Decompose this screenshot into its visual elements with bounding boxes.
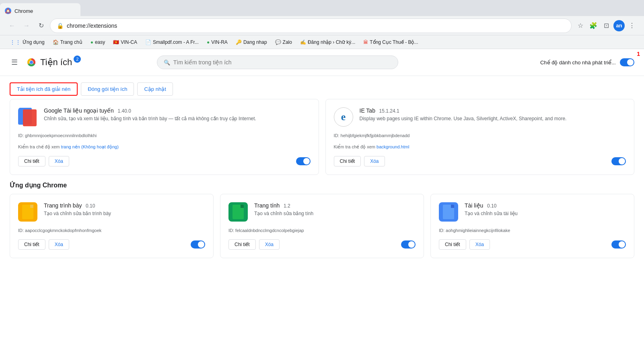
extensions-logo: Tiện ích 2 [26, 57, 82, 68]
extension-id: ID: ghbmnnjooekpmoecnnnilnnbdlolhkhi [18, 133, 311, 138]
lock-icon: 🔒 [57, 23, 64, 29]
delete-button[interactable]: Xóa [364, 156, 385, 166]
app-card-docs: Tài liệu 0.10 Tạo và chỉnh sửa tài liệu … [430, 194, 634, 258]
forward-button[interactable]: → [21, 20, 32, 31]
load-unpacked-button[interactable]: Tải tiện ích đã giải nén [10, 82, 78, 96]
svg-point-3 [7, 10, 9, 12]
extension-name-row: IE Tab 15.1.24.1 [360, 107, 626, 114]
extensions-title: Tiện ích [40, 57, 72, 68]
background-link[interactable]: background.html [377, 144, 409, 149]
detail-button[interactable]: Chi tiết [18, 156, 45, 166]
pack-extension-button[interactable]: Đóng gói tiện ích [81, 82, 134, 96]
extension-info: IE Tab 15.1.24.1 Display web pages using… [360, 107, 626, 122]
bookmark-star-button[interactable]: ☆ [575, 20, 586, 31]
bookmark-dangnhap[interactable]: 🔑 Dang nhap [232, 38, 270, 46]
bookmark-vinra[interactable]: ● VIN-RA [204, 38, 231, 46]
tongcuc-icon: 🏛 [363, 39, 368, 45]
card-header: Tài liệu 0.10 Tạo và chỉnh sửa tài liệu [439, 202, 626, 222]
section-title: Ứng dụng Chrome [10, 181, 634, 189]
back-button[interactable]: ← [6, 20, 18, 31]
app-toggle[interactable] [401, 240, 416, 249]
chrome-apps-section: Ứng dụng Chrome [10, 181, 634, 258]
app-version: 0.10 [86, 203, 95, 209]
app-toggle[interactable] [191, 240, 205, 249]
app-card-sheets: Trang tính 1.2 Tạo và chỉnh sửa bảng tín… [220, 194, 424, 258]
dangnhap-icon: 🔑 [236, 39, 242, 45]
extension-toggle[interactable] [296, 157, 311, 165]
extension-card-ie-tab: e IE Tab 15.1.24.1 Display web pages usi… [325, 99, 635, 175]
tab-bar: Chrome [0, 0, 644, 16]
app-description: Tạo và chỉnh sửa tài liệu [465, 210, 626, 217]
bookmark-chuki[interactable]: ✍ Đăng nhập › Chữ ký... [297, 38, 358, 46]
delete-button[interactable]: Xóa [259, 239, 280, 250]
bookmarks-bar: ⋮⋮ Ứng dụng 🏠 Trang chủ ● easy 🇻🇳 VIN-CA… [0, 35, 644, 49]
app-version: 1.2 [284, 203, 290, 209]
extensions-button[interactable]: 🧩 [588, 20, 599, 31]
app-toggle[interactable] [611, 240, 626, 249]
page-content: 1 ☰ Tiện ích 2 🔍 [0, 49, 644, 341]
sheets-icon [228, 202, 248, 222]
delete-button[interactable]: Xóa [49, 239, 69, 250]
app-name: Tài liệu [465, 202, 483, 209]
home-icon: 🏠 [53, 39, 59, 45]
bookmark-label: VIN-CA [121, 39, 137, 45]
refresh-button[interactable]: ↻ [35, 20, 47, 31]
main-content: Google Tài liệu ngoại tuyến 1.40.0 Chỉnh… [0, 99, 644, 341]
extension-version: 15.1.24.1 [379, 108, 399, 114]
profile-button[interactable]: an [613, 20, 625, 31]
extension-background: Kiểm tra chế độ xem background.html [334, 144, 626, 150]
bookmark-zalo[interactable]: 💬 Zalo [272, 38, 295, 46]
search-box[interactable]: 🔍 [157, 55, 398, 69]
background-link[interactable]: trang nền (Không hoạt động) [61, 144, 119, 149]
detail-button[interactable]: Chi tiết [18, 239, 45, 250]
chrome-logo [26, 57, 37, 68]
dev-mode-toggle[interactable] [620, 58, 634, 66]
window-button[interactable]: ⊡ [601, 20, 612, 31]
hamburger-button[interactable]: ☰ [10, 56, 19, 68]
dev-mode-label: Chế độ dành cho nhà phát triể... [540, 60, 616, 66]
bookmark-trangchu[interactable]: 🏠 Trang chủ [49, 38, 86, 46]
svg-point-7 [30, 61, 33, 64]
update-button[interactable]: Cập nhật [137, 82, 173, 96]
extension-toggle[interactable] [611, 157, 626, 165]
apps-grid: Trang trình bày 0.10 Tạo và chỉnh sửa bả… [10, 194, 634, 258]
card-footer: Chi tiết Xóa [18, 239, 205, 250]
delete-button[interactable]: Xóa [469, 239, 490, 250]
url-bar[interactable]: 🔒 chrome://extensions [50, 18, 572, 33]
extension-name: Google Tài liệu ngoại tuyến [44, 107, 114, 114]
card-header: Trang trình bày 0.10 Tạo và chỉnh sửa bả… [18, 202, 205, 222]
tab-favicon [5, 8, 11, 14]
bookmark-label: Smallpdf.com - A Fr... [153, 39, 199, 45]
zalo-icon: 💬 [275, 39, 281, 45]
detail-button[interactable]: Chi tiết [334, 156, 361, 166]
menu-button[interactable]: ⋮ [626, 20, 638, 31]
bookmark-apps[interactable]: ⋮⋮ Ứng dụng [6, 38, 48, 47]
bookmark-tongcuc[interactable]: 🏛 Tổng Cục Thuế - Bộ... [360, 38, 421, 46]
chuki-icon: ✍ [300, 39, 306, 45]
search-input[interactable] [173, 59, 391, 66]
card-footer: Chi tiết Xóa [334, 156, 626, 166]
app-card-slides: Trang trình bày 0.10 Tạo và chỉnh sửa bả… [10, 194, 214, 258]
vinca-icon: 🇻🇳 [113, 39, 119, 45]
app-name: Trang tính [254, 202, 280, 209]
ie-tab-icon: e [334, 107, 353, 127]
card-footer: Chi tiết Xóa [18, 156, 311, 166]
bookmark-vinca[interactable]: 🇻🇳 VIN-CA [110, 38, 140, 46]
extension-info: Google Tài liệu ngoại tuyến 1.40.0 Chỉnh… [44, 107, 311, 122]
bookmark-label: Đăng nhập › Chữ ký... [308, 39, 355, 45]
extension-name-row: Google Tài liệu ngoại tuyến 1.40.0 [44, 107, 311, 114]
extension-card-google-docs: Google Tài liệu ngoại tuyến 1.40.0 Chỉnh… [10, 99, 319, 175]
detail-button[interactable]: Chi tiết [228, 239, 256, 250]
bookmark-easy[interactable]: ● easy [87, 38, 109, 46]
extension-version: 1.40.0 [117, 108, 131, 114]
browser-frame: Chrome ← → ↻ 🔒 chrome://extensions ☆ 🧩 ⊡… [0, 0, 644, 341]
detail-button[interactable]: Chi tiết [439, 239, 466, 250]
bookmark-label: easy [95, 39, 105, 45]
extensions-badge: 2 [74, 55, 81, 63]
active-tab[interactable]: Chrome [0, 3, 80, 16]
card-header: e IE Tab 15.1.24.1 Display web pages usi… [334, 107, 626, 127]
extensions-grid: Google Tài liệu ngoại tuyến 1.40.0 Chỉnh… [10, 99, 634, 175]
delete-button[interactable]: Xóa [49, 156, 69, 166]
card-header: Google Tài liệu ngoại tuyến 1.40.0 Chỉnh… [18, 107, 311, 127]
bookmark-smallpdf[interactable]: 📄 Smallpdf.com - A Fr... [142, 38, 202, 46]
